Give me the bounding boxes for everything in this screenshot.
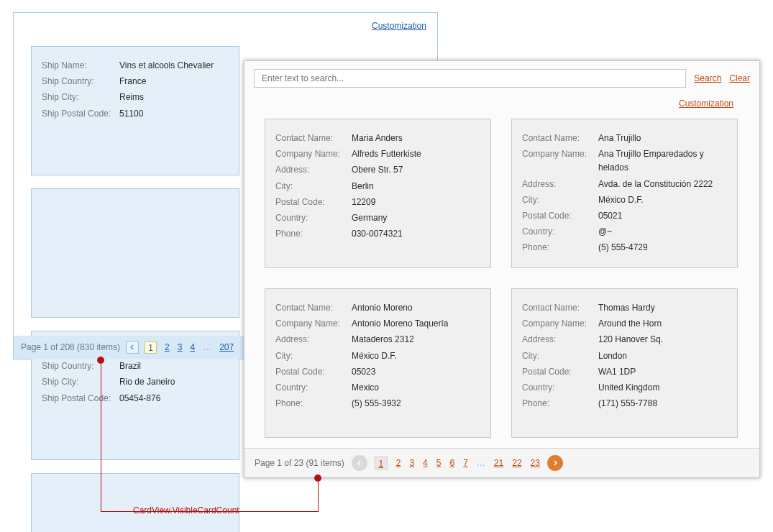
label: Phone:	[522, 241, 593, 254]
label: Postal Code:	[522, 209, 593, 223]
value: Antonio Moreno Taquería	[352, 317, 449, 331]
blue-topbar: Customization	[14, 13, 437, 39]
value: 05021	[598, 209, 622, 223]
label: Ship City:	[42, 91, 114, 104]
page-number[interactable]: 6	[449, 458, 454, 468]
page-number[interactable]: 2	[396, 458, 401, 468]
value: 51100	[119, 107, 143, 121]
label: Country:	[522, 381, 593, 395]
orange-pager-summary: Page 1 of 23 (91 items)	[255, 458, 344, 468]
blue-prev-button[interactable]	[126, 341, 139, 354]
callout-line	[101, 364, 101, 511]
contact-card: Contact Name:Maria Anders Company Name:A…	[265, 119, 491, 268]
callout-dot	[97, 357, 104, 364]
page-number[interactable]: 7	[463, 458, 468, 468]
label: Phone:	[522, 397, 593, 411]
value: (5) 555-4729	[598, 241, 648, 254]
page-number[interactable]: 4	[190, 342, 195, 352]
value: (171) 555-7788	[598, 397, 657, 411]
orange-page-numbers: 1 2 3 4 5 6 7 … 21 22 23	[375, 457, 540, 469]
orange-prev-button[interactable]	[352, 455, 367, 471]
orange-customization-link[interactable]: Customization	[679, 98, 733, 109]
ellipsis: …	[477, 458, 485, 468]
value: Germany	[352, 211, 387, 225]
label: Company Name:	[275, 147, 346, 161]
orange-pager: Page 1 of 23 (91 items) 1 2 3 4 5 6 7 … …	[244, 448, 759, 477]
label: City:	[275, 349, 346, 363]
ship-card	[31, 188, 239, 318]
contact-card: Contact Name:Antonio Moreno Company Name…	[265, 288, 491, 438]
value: Mataderos 2312	[352, 333, 414, 347]
value: Vins et alcools Chevalier	[119, 59, 214, 73]
value: Ana Trujillo	[598, 132, 641, 145]
blue-customization-link[interactable]: Customization	[372, 21, 426, 31]
value: (5) 555-3932	[352, 397, 401, 411]
value: 05454-876	[119, 392, 160, 405]
value: Obere Str. 57	[352, 163, 403, 177]
value: @~	[598, 225, 612, 239]
value: WA1 1DP	[598, 365, 636, 379]
page-number[interactable]: 3	[178, 342, 183, 352]
value: 030-0074321	[352, 227, 403, 241]
label: Address:	[522, 178, 593, 191]
value: Rio de Janeiro	[119, 375, 175, 389]
ellipsis: …	[203, 342, 211, 352]
label: Ship City:	[42, 375, 114, 389]
blue-page-numbers: 1 2 3 4 … 207	[145, 341, 234, 354]
label: Postal Code:	[522, 365, 593, 379]
value: Antonio Moreno	[352, 301, 413, 315]
ship-card	[31, 473, 239, 532]
value: Brazil	[119, 359, 141, 373]
page-number[interactable]: 207	[219, 342, 234, 352]
label: Address:	[522, 333, 593, 347]
page-number[interactable]: 4	[423, 458, 428, 468]
contact-card: Contact Name:Ana Trujillo Company Name:A…	[511, 119, 738, 268]
label: Contact Name:	[275, 132, 346, 145]
value: 120 Hanover Sq.	[598, 333, 663, 347]
value: Mexico	[352, 381, 379, 395]
label: City:	[522, 349, 593, 363]
orange-topbar: Customization	[244, 94, 759, 119]
page-number[interactable]: 1	[375, 457, 388, 469]
label: Address:	[275, 163, 346, 177]
value: Ana Trujillo Emparedados y helados	[598, 147, 727, 175]
label: Ship Postal Code:	[42, 392, 114, 405]
page-number[interactable]: 1	[145, 341, 157, 354]
label: Country:	[275, 381, 346, 395]
value: France	[119, 75, 146, 88]
page-number[interactable]: 2	[165, 342, 170, 352]
ship-card: Ship Name:Vins et alcools Chevalier Ship…	[31, 46, 239, 175]
clear-link[interactable]: Clear	[729, 73, 750, 83]
label: Ship Name:	[42, 59, 114, 73]
label: Country:	[522, 225, 593, 239]
page-number[interactable]: 3	[409, 458, 414, 468]
label: Contact Name:	[522, 301, 593, 315]
search-link[interactable]: Search	[694, 73, 721, 83]
search-bar: Search Clear	[244, 61, 759, 94]
value: México D.F.	[352, 349, 397, 363]
label: Postal Code:	[275, 196, 346, 209]
value: Around the Horn	[598, 317, 662, 331]
orange-cards-container: Contact Name:Maria Anders Company Name:A…	[244, 119, 759, 438]
label: City:	[275, 180, 346, 193]
blue-pager-summary: Page 1 of 208 (830 items)	[21, 342, 120, 352]
page-number[interactable]: 22	[512, 458, 521, 468]
label: Company Name:	[275, 317, 346, 331]
label: Phone:	[275, 227, 346, 241]
callout-line	[318, 482, 319, 511]
label: City:	[522, 193, 593, 207]
page-number[interactable]: 21	[494, 458, 503, 468]
search-input[interactable]	[254, 69, 686, 88]
value: Berlin	[352, 180, 374, 193]
orange-next-button[interactable]	[547, 455, 563, 471]
label: Phone:	[275, 397, 346, 411]
page-number[interactable]: 23	[531, 458, 540, 468]
label: Ship Postal Code:	[42, 107, 114, 121]
page-number[interactable]: 5	[436, 458, 442, 468]
label: Contact Name:	[522, 132, 593, 145]
label: Ship Country:	[42, 75, 114, 88]
value: Thomas Hardy	[598, 301, 655, 315]
value: Reims	[119, 91, 144, 104]
value: México D.F.	[598, 193, 644, 207]
label: Contact Name:	[275, 301, 346, 315]
